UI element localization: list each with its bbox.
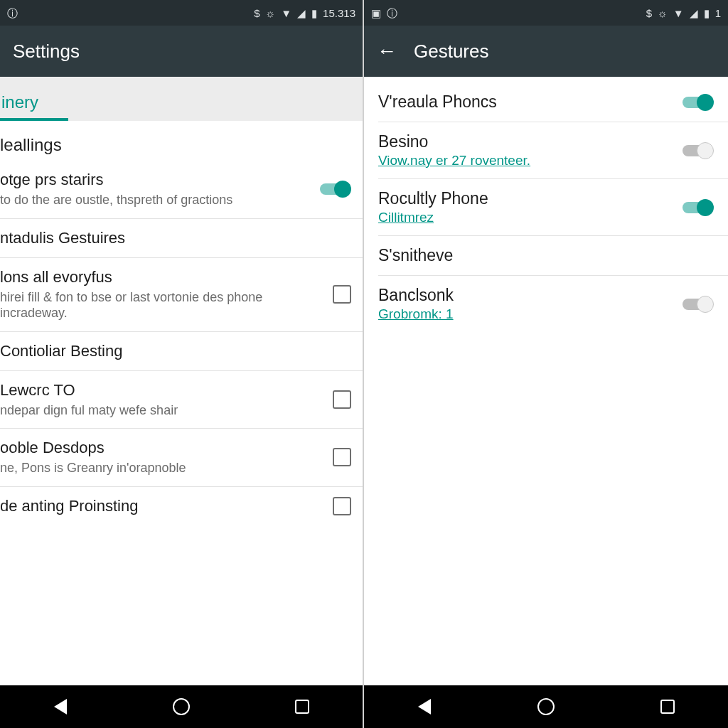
toggle-switch[interactable] bbox=[681, 198, 714, 217]
toggle-switch[interactable] bbox=[681, 141, 714, 160]
app-bar: Settings bbox=[0, 26, 363, 77]
item-title: otge prs starirs bbox=[0, 171, 307, 189]
phone-right: ▣ ⓘ $ ☼ ▼ ◢ ▮ 1 ← Gestures V'reaula Phon… bbox=[364, 0, 728, 728]
phone-left: ⓘ $ ☼ ▼ ◢ ▮ 15.313 Settings inery lealli… bbox=[0, 0, 364, 728]
wifi-icon: ▼ bbox=[673, 8, 684, 18]
item-title: Contioliar Besting bbox=[0, 342, 351, 360]
toggle-switch[interactable] bbox=[318, 180, 351, 198]
nav-back[interactable] bbox=[39, 695, 82, 718]
triangle-icon bbox=[418, 699, 431, 714]
item-title: de anting Proinsting bbox=[0, 497, 321, 515]
app-bar: ← Gestures bbox=[364, 26, 728, 77]
nav-back[interactable] bbox=[403, 695, 446, 718]
nav-home[interactable] bbox=[160, 695, 203, 718]
checkbox[interactable] bbox=[333, 448, 351, 466]
alarm-icon: ☼ bbox=[658, 8, 668, 18]
item-title: S'snitheve bbox=[378, 246, 714, 265]
signal-icon: ◢ bbox=[690, 8, 698, 18]
battery-icon: ▮ bbox=[704, 8, 710, 18]
checkbox[interactable] bbox=[333, 497, 351, 515]
page-title: Settings bbox=[13, 41, 80, 63]
item-title: ooble Desdops bbox=[0, 439, 321, 457]
toggle-switch[interactable] bbox=[681, 295, 714, 314]
toggle-switch[interactable] bbox=[681, 93, 714, 112]
list-item[interactable]: Besino Viow.nay er 27 roventeer. bbox=[378, 122, 728, 179]
item-title: ntadulis Gestuires bbox=[0, 229, 351, 247]
list-item[interactable]: Rocultly Phone Cillitmrez bbox=[378, 179, 728, 236]
settings-list: leallings otge prs starirs to do the are… bbox=[0, 121, 363, 685]
status-time: 15.313 bbox=[323, 7, 355, 19]
status-time: 1 bbox=[715, 7, 721, 19]
wifi-icon: ▼ bbox=[281, 8, 291, 18]
checkbox[interactable] bbox=[333, 285, 351, 304]
square-icon bbox=[660, 700, 675, 714]
list-item[interactable]: Lewcrc TO ndepar dign ful maty wefe shai… bbox=[0, 371, 363, 429]
nav-home[interactable] bbox=[525, 695, 567, 718]
page-title: Gestures bbox=[414, 41, 489, 63]
list-item[interactable]: Contioliar Besting bbox=[0, 332, 363, 371]
item-subtitle: hirei fill & fon to bse or last vortonie… bbox=[0, 289, 321, 321]
status-bar: ▣ ⓘ $ ☼ ▼ ◢ ▮ 1 bbox=[364, 0, 728, 26]
info-icon: ⓘ bbox=[7, 8, 18, 18]
item-title: Banclsonk bbox=[378, 286, 670, 305]
currency-icon: $ bbox=[646, 8, 652, 18]
back-button[interactable]: ← bbox=[377, 40, 397, 63]
item-title: lons all evoryfus bbox=[0, 268, 321, 287]
item-title: Rocultly Phone bbox=[378, 189, 670, 208]
list-item[interactable]: ooble Desdops ne, Pons is Greanry in'ora… bbox=[0, 429, 363, 487]
status-bar: ⓘ $ ☼ ▼ ◢ ▮ 15.313 bbox=[0, 0, 363, 26]
signal-icon: ◢ bbox=[297, 8, 306, 18]
screenshot-icon: ▣ bbox=[371, 8, 381, 18]
gestures-list: V'reaula Phoncs Besino Viow.nay er 27 ro… bbox=[364, 77, 728, 685]
list-item[interactable]: V'reaula Phoncs bbox=[378, 82, 728, 122]
nav-bar bbox=[364, 685, 728, 728]
item-link[interactable]: Grobromk: 1 bbox=[378, 306, 670, 322]
list-item[interactable]: Banclsonk Grobromk: 1 bbox=[378, 276, 728, 332]
list-item[interactable]: ntadulis Gestuires bbox=[0, 219, 363, 258]
list-item[interactable]: S'snitheve bbox=[378, 236, 728, 276]
tab-strip: inery bbox=[0, 77, 363, 121]
checkbox[interactable] bbox=[333, 390, 351, 409]
battery-icon: ▮ bbox=[311, 8, 317, 18]
alarm-icon: ☼ bbox=[266, 8, 276, 18]
item-title: V'reaula Phoncs bbox=[378, 92, 670, 112]
nav-recents[interactable] bbox=[281, 695, 323, 718]
tab-inery[interactable]: inery bbox=[0, 92, 40, 121]
nav-recents[interactable] bbox=[646, 695, 689, 718]
item-link[interactable]: Cillitmrez bbox=[378, 210, 670, 225]
info-icon: ⓘ bbox=[387, 8, 397, 18]
item-title: Besino bbox=[378, 132, 670, 151]
list-item[interactable]: de anting Proinsting bbox=[0, 487, 363, 525]
item-subtitle: ndepar dign ful maty wefe shair bbox=[0, 402, 321, 419]
currency-icon: $ bbox=[254, 8, 259, 18]
triangle-icon bbox=[54, 699, 67, 714]
item-link[interactable]: Viow.nay er 27 roventeer. bbox=[378, 153, 670, 168]
list-item[interactable]: otge prs starirs to do the are oustle, t… bbox=[0, 161, 363, 219]
item-subtitle: ne, Pons is Greanry in'orapnoble bbox=[0, 460, 321, 476]
item-subtitle: to do the are oustle, thspreth of gracti… bbox=[0, 192, 307, 208]
nav-bar bbox=[0, 685, 363, 728]
list-item[interactable]: lons all evoryfus hirei fill & fon to bs… bbox=[0, 258, 363, 332]
circle-icon bbox=[173, 698, 190, 715]
square-icon bbox=[295, 700, 309, 714]
section-header: leallings bbox=[0, 127, 363, 161]
item-title: Lewcrc TO bbox=[0, 381, 321, 400]
circle-icon bbox=[537, 698, 555, 715]
